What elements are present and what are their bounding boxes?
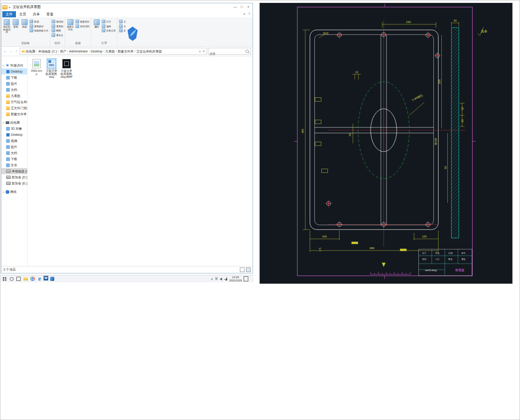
nav-item[interactable]: ∨快速访问 <box>1 62 27 68</box>
file-list[interactable]: 0001.bmpDWG立锭合并机床显图.dwg立锭合并机床显图.dwg.BMP <box>28 56 253 266</box>
nav-item[interactable]: 凡素图 <box>1 93 27 99</box>
ribbon-collapse-icon[interactable]: ∧ <box>243 12 245 16</box>
nav-item[interactable]: 新建文件夹 <box>1 111 27 117</box>
ribbon-button[interactable]: 属性 <box>93 18 101 29</box>
nav-item[interactable]: ∨此电脑 <box>1 119 27 125</box>
cad-button[interactable] <box>49 276 55 282</box>
chrome-button[interactable] <box>30 276 36 282</box>
thumbnails-view-icon[interactable] <box>246 267 251 272</box>
breadcrumb-segment[interactable]: 本地磁盘 (C:) <box>38 50 57 53</box>
nav-item[interactable]: 新加卷 (D:) <box>1 174 27 180</box>
ribbon-button[interactable]: 复制到 <box>52 24 63 28</box>
nav-item[interactable]: 下载 <box>1 74 27 81</box>
ribbon-button[interactable]: 打开 <box>102 20 116 23</box>
nav-item[interactable]: 3D 对象 <box>1 125 27 132</box>
help-icon[interactable]: ? <box>248 12 250 16</box>
nav-item[interactable]: 音乐 <box>1 162 27 168</box>
address-dropdown-icon[interactable]: ∨ <box>199 50 201 53</box>
network-icon[interactable] <box>224 278 227 280</box>
file-item[interactable]: 立锭合并机床显图.dwg.BMP <box>60 59 73 79</box>
ribbon-button[interactable]: 移动到 <box>52 20 63 23</box>
window-folder-icon <box>2 5 7 9</box>
ribbon-button[interactable]: 全部取消选择 <box>119 24 126 28</box>
notification-center-icon[interactable] <box>244 276 248 281</box>
nav-item[interactable]: 空气锭合并图纸 <box>1 99 27 105</box>
ribbon-button[interactable]: 历史记录 <box>102 29 116 32</box>
taskbar-clock[interactable]: 13:26 2021/3/29 <box>229 276 242 282</box>
tab-共享[interactable]: 共享 <box>30 11 43 17</box>
file-item[interactable]: 0001.bmp <box>30 59 43 75</box>
cad-text: wel0.dwg <box>424 269 437 272</box>
ime-indicator[interactable]: 英 <box>215 277 218 281</box>
close-button[interactable]: × <box>245 4 252 10</box>
ribbon-button[interactable]: 复制路径 <box>30 24 48 28</box>
ribbon-button[interactable]: 全部选择 <box>119 20 126 23</box>
nav-item[interactable]: 立文件门类图 <box>1 105 27 111</box>
start-button[interactable] <box>1 276 7 282</box>
breadcrumb-segment[interactable]: 凡素图 <box>105 50 115 53</box>
ribbon-button[interactable]: 反向选择 <box>119 29 126 32</box>
ribbon-button[interactable]: 删除 <box>52 29 63 32</box>
ribbon-button[interactable]: 编辑 <box>102 24 116 28</box>
ribbon-button[interactable]: 粘贴快捷方式 <box>30 29 48 32</box>
cad-text: 50 <box>444 166 447 169</box>
volume-icon[interactable] <box>220 278 222 280</box>
edge-button[interactable]: e <box>37 276 43 282</box>
folder-icon <box>6 112 10 116</box>
nav-item[interactable]: 文档 <box>1 150 27 156</box>
ribbon-button[interactable]: 新建文件夹 <box>67 18 74 31</box>
forward-button[interactable]: → <box>8 49 13 53</box>
refresh-icon[interactable]: ↻ <box>202 50 205 53</box>
ribbon-button[interactable]: 粘贴 <box>21 18 29 29</box>
cad-text: 审核 <box>435 252 439 254</box>
tab-主页[interactable]: 主页 <box>16 11 30 17</box>
breadcrumb-segment[interactable]: 用户 <box>60 50 67 53</box>
breadcrumb-box[interactable]: 此电脑 › 本地磁盘 (C:) › 用户 › Administrator › D… <box>20 48 207 55</box>
ribbon-button[interactable]: 轻松访问 <box>75 24 89 28</box>
breadcrumb-segment[interactable]: 此电脑 <box>26 50 35 53</box>
chevron-down-icon[interactable]: ∨ <box>2 64 5 67</box>
nav-item[interactable]: 下载 <box>1 156 27 162</box>
tab-文件[interactable]: 文件 <box>2 11 16 17</box>
file-explorer-button[interactable] <box>22 276 29 282</box>
maximize-button[interactable]: □ <box>238 4 245 10</box>
details-view-icon[interactable] <box>240 267 245 272</box>
ribbon-button[interactable]: 剪切 <box>30 20 48 23</box>
nav-item[interactable]: 视频 <box>1 138 27 144</box>
file-item[interactable]: DWG立锭合并机床显图.dwg <box>45 59 58 79</box>
minimize-button[interactable]: — <box>232 4 238 10</box>
nav-item[interactable]: ∨网络 <box>1 189 27 195</box>
nav-item[interactable]: 本地磁盘 (C:) <box>1 168 27 174</box>
ribbon-button[interactable]: 复制 <box>12 18 20 29</box>
tab-查看[interactable]: 查看 <box>43 11 57 17</box>
nav-item[interactable]: 图片 <box>1 144 27 150</box>
dwg-badge: DWG <box>49 64 54 66</box>
breadcrumb-segment[interactable]: 立锭合并机床显图 <box>136 50 162 53</box>
nav-item[interactable]: 文档 <box>1 87 27 93</box>
up-button[interactable]: ↑ <box>14 49 19 53</box>
tray-chevron-icon[interactable]: ∧ <box>211 277 213 281</box>
search-input[interactable] <box>208 51 251 57</box>
back-button[interactable]: ← <box>3 49 7 53</box>
ribbon-button-icon <box>75 24 79 28</box>
chevron-down-icon[interactable]: ∨ <box>2 191 5 193</box>
ribbon-button[interactable]: 固定到快速访问 <box>3 18 11 34</box>
file-name: 立锭合并机床显图.dwg.BMP <box>60 69 73 79</box>
ribbon-button[interactable]: 重命名 <box>52 33 63 37</box>
ribbon-button[interactable]: 新建项目 <box>75 20 89 23</box>
quick-access-toolbar-icon[interactable]: ▾ <box>9 6 10 9</box>
cad-text: 其余 <box>481 29 487 33</box>
breadcrumb-segment[interactable]: Desktop <box>91 50 103 53</box>
search-button[interactable] <box>8 276 15 282</box>
word-button[interactable]: W <box>44 276 48 280</box>
cad-drawing[interactable]: 485680100120230133550205301020Φ1002-Φ9锥孔… <box>260 3 512 283</box>
cad-text: 100 <box>322 235 327 238</box>
nav-item[interactable]: Desktop <box>1 132 27 138</box>
nav-item[interactable]: Desktop <box>1 68 27 74</box>
breadcrumb-segment[interactable]: 新建文件夹 <box>118 50 134 53</box>
breadcrumb-segment[interactable]: Administrator <box>69 50 88 53</box>
task-view-button[interactable] <box>15 276 22 282</box>
nav-item[interactable]: 图片 <box>1 81 27 87</box>
nav-item[interactable]: 新加卷 (E:) <box>1 180 27 186</box>
chevron-down-icon[interactable]: ∨ <box>2 121 5 124</box>
